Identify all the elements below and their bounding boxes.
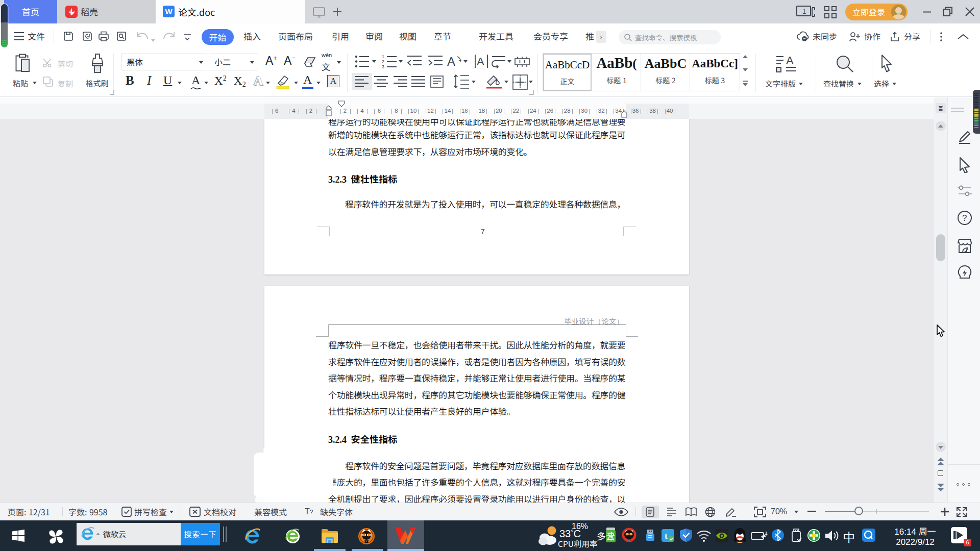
svg-text:K: K bbox=[365, 540, 368, 543]
svg-text:2: 2 bbox=[382, 59, 384, 64]
svg-text:1: 1 bbox=[802, 8, 806, 15]
svg-text:A: A bbox=[447, 55, 455, 68]
svg-text:3: 3 bbox=[382, 64, 384, 69]
svg-text:t: t bbox=[665, 531, 668, 541]
svg-text:A: A bbox=[477, 55, 484, 68]
svg-text:?: ? bbox=[962, 213, 967, 223]
svg-text:A: A bbox=[786, 55, 794, 67]
svg-text:1: 1 bbox=[382, 54, 384, 59]
